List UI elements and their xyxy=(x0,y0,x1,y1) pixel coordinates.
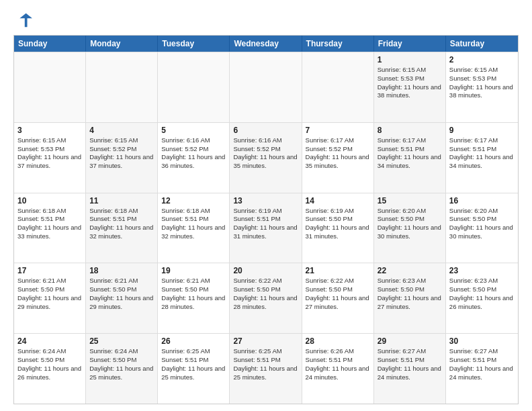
day-number: 27 xyxy=(233,336,298,346)
cal-cell xyxy=(302,52,374,122)
cal-cell: 18Sunrise: 6:21 AM Sunset: 5:50 PM Dayli… xyxy=(86,263,158,333)
day-number: 28 xyxy=(306,336,370,346)
cal-cell: 8Sunrise: 6:17 AM Sunset: 5:51 PM Daylig… xyxy=(374,123,446,193)
calendar: SundayMondayTuesdayWednesdayThursdayFrid… xyxy=(13,35,519,404)
day-number: 25 xyxy=(89,336,154,346)
day-number: 3 xyxy=(17,126,82,135)
cell-info: Sunrise: 6:24 AM Sunset: 5:50 PM Dayligh… xyxy=(89,347,154,381)
cal-cell: 20Sunrise: 6:22 AM Sunset: 5:50 PM Dayli… xyxy=(230,263,302,333)
cell-info: Sunrise: 6:21 AM Sunset: 5:50 PM Dayligh… xyxy=(161,277,226,311)
cell-info: Sunrise: 6:18 AM Sunset: 5:51 PM Dayligh… xyxy=(161,207,226,241)
cell-info: Sunrise: 6:15 AM Sunset: 5:53 PM Dayligh… xyxy=(17,136,82,171)
cal-cell: 3Sunrise: 6:15 AM Sunset: 5:53 PM Daylig… xyxy=(14,123,86,193)
cell-info: Sunrise: 6:21 AM Sunset: 5:50 PM Dayligh… xyxy=(89,277,154,311)
page: SundayMondayTuesdayWednesdayThursdayFrid… xyxy=(0,0,532,411)
calendar-row-4: 24Sunrise: 6:24 AM Sunset: 5:50 PM Dayli… xyxy=(14,333,518,404)
cell-info: Sunrise: 6:27 AM Sunset: 5:51 PM Dayligh… xyxy=(449,347,515,381)
cal-cell: 7Sunrise: 6:17 AM Sunset: 5:52 PM Daylig… xyxy=(302,123,374,193)
cal-cell: 12Sunrise: 6:18 AM Sunset: 5:51 PM Dayli… xyxy=(158,193,230,263)
cell-info: Sunrise: 6:20 AM Sunset: 5:50 PM Dayligh… xyxy=(449,207,515,241)
calendar-row-1: 3Sunrise: 6:15 AM Sunset: 5:53 PM Daylig… xyxy=(14,122,518,193)
cal-cell: 28Sunrise: 6:26 AM Sunset: 5:51 PM Dayli… xyxy=(302,334,374,404)
cell-info: Sunrise: 6:17 AM Sunset: 5:51 PM Dayligh… xyxy=(449,136,515,171)
day-number: 11 xyxy=(89,196,154,205)
cell-info: Sunrise: 6:17 AM Sunset: 5:51 PM Dayligh… xyxy=(378,136,442,171)
day-number: 22 xyxy=(378,266,442,275)
day-number: 26 xyxy=(161,336,226,346)
day-number: 9 xyxy=(449,126,515,135)
header xyxy=(13,11,519,30)
day-number: 2 xyxy=(449,55,515,64)
cal-cell: 27Sunrise: 6:25 AM Sunset: 5:51 PM Dayli… xyxy=(230,334,302,404)
day-number: 20 xyxy=(233,266,298,275)
cell-info: Sunrise: 6:16 AM Sunset: 5:52 PM Dayligh… xyxy=(161,136,226,171)
day-number: 1 xyxy=(378,55,442,64)
cell-info: Sunrise: 6:18 AM Sunset: 5:51 PM Dayligh… xyxy=(89,207,154,241)
cell-info: Sunrise: 6:20 AM Sunset: 5:50 PM Dayligh… xyxy=(378,207,442,241)
cal-cell: 5Sunrise: 6:16 AM Sunset: 5:52 PM Daylig… xyxy=(158,123,230,193)
cal-cell: 25Sunrise: 6:24 AM Sunset: 5:50 PM Dayli… xyxy=(86,334,158,404)
cell-info: Sunrise: 6:23 AM Sunset: 5:50 PM Dayligh… xyxy=(378,277,442,311)
cal-cell xyxy=(230,52,302,122)
cal-cell: 10Sunrise: 6:18 AM Sunset: 5:51 PM Dayli… xyxy=(14,193,86,263)
cal-cell: 4Sunrise: 6:15 AM Sunset: 5:52 PM Daylig… xyxy=(86,123,158,193)
day-number: 16 xyxy=(449,196,515,205)
cal-cell xyxy=(86,52,158,122)
day-number: 4 xyxy=(89,126,154,135)
header-day-tuesday: Tuesday xyxy=(158,36,230,52)
header-day-thursday: Thursday xyxy=(302,36,374,52)
cell-info: Sunrise: 6:27 AM Sunset: 5:51 PM Dayligh… xyxy=(378,347,442,381)
cal-cell: 30Sunrise: 6:27 AM Sunset: 5:51 PM Dayli… xyxy=(446,334,518,404)
day-number: 13 xyxy=(233,196,298,205)
cell-info: Sunrise: 6:21 AM Sunset: 5:50 PM Dayligh… xyxy=(17,277,82,311)
logo xyxy=(13,11,35,30)
calendar-header: SundayMondayTuesdayWednesdayThursdayFrid… xyxy=(14,36,518,52)
day-number: 14 xyxy=(306,196,370,205)
calendar-body: 1Sunrise: 6:15 AM Sunset: 5:53 PM Daylig… xyxy=(14,52,518,404)
cal-cell: 13Sunrise: 6:19 AM Sunset: 5:51 PM Dayli… xyxy=(230,193,302,263)
header-day-wednesday: Wednesday xyxy=(230,36,302,52)
cell-info: Sunrise: 6:18 AM Sunset: 5:51 PM Dayligh… xyxy=(17,207,82,241)
cal-cell: 9Sunrise: 6:17 AM Sunset: 5:51 PM Daylig… xyxy=(446,123,518,193)
day-number: 17 xyxy=(17,266,82,275)
cal-cell: 6Sunrise: 6:16 AM Sunset: 5:52 PM Daylig… xyxy=(230,123,302,193)
day-number: 23 xyxy=(449,266,515,275)
day-number: 15 xyxy=(378,196,442,205)
header-day-sunday: Sunday xyxy=(14,36,86,52)
cal-cell xyxy=(158,52,230,122)
header-day-monday: Monday xyxy=(86,36,158,52)
cell-info: Sunrise: 6:17 AM Sunset: 5:52 PM Dayligh… xyxy=(306,136,370,171)
svg-rect-0 xyxy=(13,11,32,30)
cell-info: Sunrise: 6:15 AM Sunset: 5:53 PM Dayligh… xyxy=(449,66,515,100)
cell-info: Sunrise: 6:24 AM Sunset: 5:50 PM Dayligh… xyxy=(17,347,82,381)
cell-info: Sunrise: 6:19 AM Sunset: 5:51 PM Dayligh… xyxy=(233,207,298,241)
day-number: 5 xyxy=(161,126,226,135)
header-day-friday: Friday xyxy=(374,36,446,52)
cell-info: Sunrise: 6:22 AM Sunset: 5:50 PM Dayligh… xyxy=(233,277,298,311)
cell-info: Sunrise: 6:19 AM Sunset: 5:50 PM Dayligh… xyxy=(306,207,370,241)
cell-info: Sunrise: 6:23 AM Sunset: 5:50 PM Dayligh… xyxy=(449,277,515,311)
day-number: 19 xyxy=(161,266,226,275)
cal-cell xyxy=(14,52,86,122)
day-number: 6 xyxy=(233,126,298,135)
cal-cell: 15Sunrise: 6:20 AM Sunset: 5:50 PM Dayli… xyxy=(374,193,446,263)
cell-info: Sunrise: 6:25 AM Sunset: 5:51 PM Dayligh… xyxy=(233,347,298,381)
cal-cell: 2Sunrise: 6:15 AM Sunset: 5:53 PM Daylig… xyxy=(446,52,518,122)
calendar-row-0: 1Sunrise: 6:15 AM Sunset: 5:53 PM Daylig… xyxy=(14,52,518,122)
cal-cell: 21Sunrise: 6:22 AM Sunset: 5:50 PM Dayli… xyxy=(302,263,374,333)
day-number: 12 xyxy=(161,196,226,205)
cell-info: Sunrise: 6:15 AM Sunset: 5:53 PM Dayligh… xyxy=(378,66,442,100)
cal-cell: 14Sunrise: 6:19 AM Sunset: 5:50 PM Dayli… xyxy=(302,193,374,263)
day-number: 10 xyxy=(17,196,82,205)
day-number: 24 xyxy=(17,336,82,346)
header-day-saturday: Saturday xyxy=(446,36,518,52)
cal-cell: 16Sunrise: 6:20 AM Sunset: 5:50 PM Dayli… xyxy=(446,193,518,263)
cell-info: Sunrise: 6:15 AM Sunset: 5:52 PM Dayligh… xyxy=(89,136,154,171)
cal-cell: 17Sunrise: 6:21 AM Sunset: 5:50 PM Dayli… xyxy=(14,263,86,333)
cell-info: Sunrise: 6:16 AM Sunset: 5:52 PM Dayligh… xyxy=(233,136,298,171)
day-number: 8 xyxy=(378,126,442,135)
cal-cell: 22Sunrise: 6:23 AM Sunset: 5:50 PM Dayli… xyxy=(374,263,446,333)
cal-cell: 24Sunrise: 6:24 AM Sunset: 5:50 PM Dayli… xyxy=(14,334,86,404)
cal-cell: 1Sunrise: 6:15 AM Sunset: 5:53 PM Daylig… xyxy=(374,52,446,122)
day-number: 29 xyxy=(378,336,442,346)
